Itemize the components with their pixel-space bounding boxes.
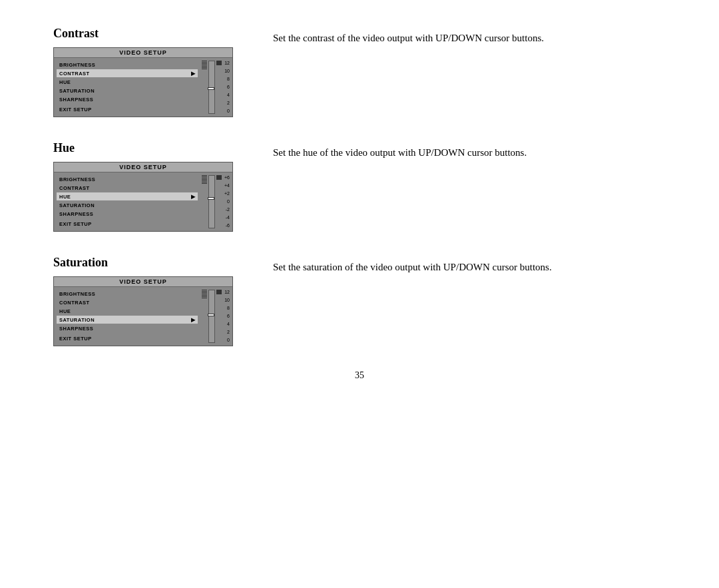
- tick-hue-1: [202, 176, 207, 177]
- vs-track-contrast: [208, 61, 215, 114]
- heading-saturation: Saturation: [53, 256, 253, 270]
- tick-saturation-4: [202, 295, 207, 296]
- vs-body-contrast: BRIGHTNESSCONTRAST▶HUESATURATIONSHARPNES…: [54, 58, 232, 117]
- vs-num-contrast-6: 0: [227, 109, 230, 114]
- vs-num-hue-4: -2: [226, 207, 230, 212]
- vs-num-hue-3: 0: [227, 199, 230, 204]
- vs-menu-item-brightness-hue: BRIGHTNESS: [57, 175, 198, 183]
- vs-num-saturation-5: 2: [227, 330, 230, 335]
- vs-track-hue: [208, 175, 215, 228]
- section-desc-saturation: Set the saturation of the video output w…: [273, 256, 552, 275]
- vs-num-contrast-4: 4: [227, 93, 230, 98]
- tick-saturation-3: [202, 294, 207, 294]
- tick-hue-0: [202, 175, 207, 176]
- tick2-hue-6: [216, 179, 222, 180]
- tick-contrast-0: [202, 61, 207, 61]
- vs-exit-saturation: EXIT SETUP: [57, 334, 198, 343]
- tick-contrast-3: [202, 65, 207, 65]
- section-desc-contrast: Set the contrast of the video output wit…: [273, 27, 544, 46]
- tick-saturation-2: [202, 292, 207, 293]
- tick-contrast-2: [202, 63, 207, 64]
- vs-exit-contrast: EXIT SETUP: [57, 105, 198, 114]
- tick-contrast-4: [202, 66, 207, 67]
- vs-menu-saturation: BRIGHTNESSCONTRASTHUESATURATION▶SHARPNES…: [57, 290, 198, 343]
- vs-menu-item-brightness-contrast: BRIGHTNESS: [57, 61, 198, 69]
- heading-contrast: Contrast: [53, 27, 253, 41]
- section-left-hue: HueVIDEO SETUPBRIGHTNESSCONTRASTHUE▶SATU…: [53, 141, 253, 232]
- vs-title-hue: VIDEO SETUP: [54, 162, 232, 172]
- tick-hue-4: [202, 180, 207, 181]
- vs-num-saturation-3: 6: [227, 314, 230, 319]
- tick2-saturation-6: [216, 294, 222, 294]
- section-left-saturation: SaturationVIDEO SETUPBRIGHTNESSCONTRASTH…: [53, 256, 253, 346]
- tick-hue-6: [202, 183, 207, 184]
- vs-track-wrapper-hue: [208, 175, 215, 228]
- vs-num-hue-2: +2: [224, 191, 230, 196]
- vs-numbers-saturation: 121086420: [223, 290, 230, 343]
- vs-tick-col2-hue: [215, 175, 223, 180]
- vs-numbers-hue: +6+4+20-2-4-6: [223, 175, 230, 228]
- vs-menu-item-sharpness-hue: SHARPNESS: [57, 210, 198, 218]
- vs-body-hue: BRIGHTNESSCONTRASTHUE▶SATURATIONSHARPNES…: [54, 172, 232, 231]
- vs-num-saturation-4: 4: [227, 322, 230, 327]
- section-left-contrast: ContrastVIDEO SETUPBRIGHTNESSCONTRAST▶HU…: [53, 27, 253, 117]
- vs-tick-col2-contrast: [215, 61, 223, 65]
- tick-hue-2: [202, 178, 207, 178]
- vs-num-hue-1: +4: [224, 183, 230, 188]
- vs-menu-item-saturation-contrast: SATURATION: [57, 87, 198, 95]
- heading-hue: Hue: [53, 141, 253, 155]
- vs-num-saturation-1: 10: [224, 298, 230, 303]
- vs-num-hue-5: -4: [226, 215, 230, 220]
- vs-tick-col-saturation: [198, 290, 208, 298]
- vs-num-hue-0: +6: [224, 175, 230, 180]
- vs-thumb-saturation: [208, 314, 214, 316]
- vs-menu-item-sharpness-contrast: SHARPNESS: [57, 95, 198, 103]
- video-setup-hue: VIDEO SETUPBRIGHTNESSCONTRASTHUE▶SATURAT…: [53, 162, 233, 232]
- vs-tick-col2-saturation: [215, 290, 223, 294]
- vs-title-saturation: VIDEO SETUP: [54, 277, 232, 287]
- vs-body-saturation: BRIGHTNESSCONTRASTHUESATURATION▶SHARPNES…: [54, 287, 232, 346]
- vs-track-wrapper-contrast: [208, 61, 215, 114]
- vs-track-wrapper-saturation: [208, 290, 215, 343]
- section-desc-hue: Set the hue of the video output with UP/…: [273, 141, 527, 160]
- vs-num-contrast-5: 2: [227, 101, 230, 106]
- vs-menu-item-sharpness-saturation: SHARPNESS: [57, 324, 198, 332]
- section-hue: HueVIDEO SETUPBRIGHTNESSCONTRASTHUE▶SATU…: [53, 141, 666, 232]
- vs-num-hue-6: -6: [226, 223, 230, 228]
- vs-num-contrast-1: 10: [224, 69, 230, 74]
- vs-num-contrast-0: 12: [224, 61, 230, 66]
- vs-menu-contrast: BRIGHTNESSCONTRAST▶HUESATURATIONSHARPNES…: [57, 61, 198, 114]
- vs-menu-item-hue-contrast: HUE: [57, 78, 198, 86]
- tick-saturation-5: [202, 296, 207, 297]
- tick-contrast-5: [202, 67, 207, 68]
- video-setup-contrast: VIDEO SETUPBRIGHTNESSCONTRAST▶HUESATURAT…: [53, 47, 233, 117]
- vs-track-saturation: [208, 290, 215, 343]
- tick-saturation-0: [202, 290, 207, 290]
- vs-menu-item-contrast-saturation: CONTRAST: [57, 298, 198, 306]
- vs-num-saturation-6: 0: [227, 338, 230, 343]
- vs-tick-col-hue: [198, 175, 208, 184]
- tick-saturation-1: [202, 291, 207, 292]
- vs-menu-item-hue-saturation: HUE: [57, 307, 198, 315]
- vs-num-saturation-0: 12: [224, 290, 230, 295]
- vs-menu-item-contrast-contrast: CONTRAST▶: [57, 69, 198, 77]
- tick-saturation-6: [202, 298, 207, 298]
- vs-numbers-contrast: 121086420: [223, 61, 230, 114]
- vs-menu-hue: BRIGHTNESSCONTRASTHUE▶SATURATIONSHARPNES…: [57, 175, 198, 228]
- vs-menu-item-brightness-saturation: BRIGHTNESS: [57, 290, 198, 298]
- section-saturation: SaturationVIDEO SETUPBRIGHTNESSCONTRASTH…: [53, 256, 666, 346]
- vs-thumb-contrast: [208, 87, 214, 90]
- page-number: 35: [53, 370, 666, 381]
- vs-menu-item-saturation-hue: SATURATION: [57, 201, 198, 209]
- tick-hue-3: [202, 179, 207, 180]
- tick-contrast-6: [202, 69, 207, 69]
- vs-menu-item-saturation-saturation: SATURATION▶: [57, 316, 198, 324]
- vs-title-contrast: VIDEO SETUP: [54, 48, 232, 58]
- vs-num-contrast-2: 8: [227, 77, 230, 82]
- vs-menu-item-contrast-hue: CONTRAST: [57, 184, 198, 192]
- vs-tick-col-contrast: [198, 61, 208, 69]
- tick-contrast-1: [202, 62, 207, 63]
- vs-thumb-hue: [208, 197, 214, 200]
- vs-exit-hue: EXIT SETUP: [57, 220, 198, 228]
- tick2-contrast-6: [216, 65, 222, 65]
